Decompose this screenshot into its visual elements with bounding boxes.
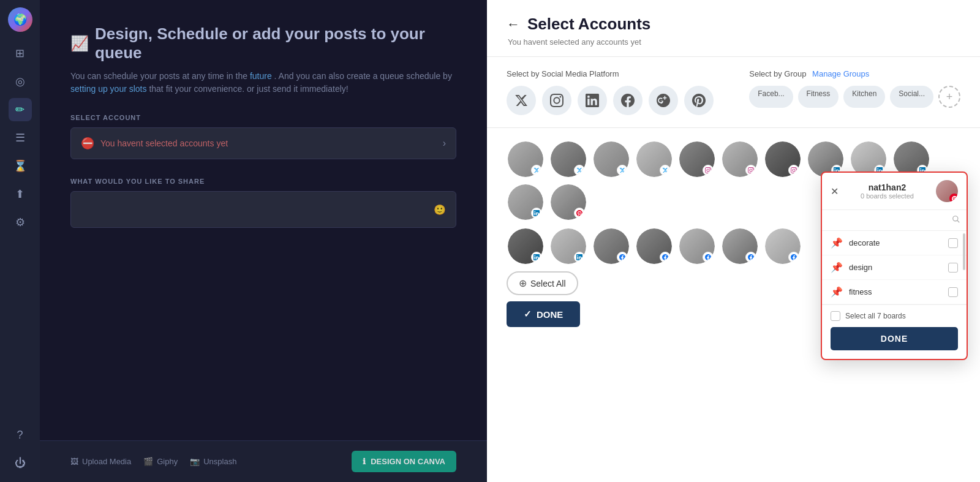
account-avatar-b4[interactable] [635, 227, 673, 265]
pin-icon: 📌 [831, 237, 843, 249]
sidebar-item-dashboard[interactable]: ⊞ [9, 42, 32, 65]
account-avatar-b2[interactable] [549, 227, 587, 265]
page-title: 📈 Design, Schedule or add your posts to … [70, 24, 456, 62]
platform-section: Select by Social Media Platform [487, 57, 980, 128]
plus-icon: ⊕ [519, 277, 527, 289]
upload-icon: 🖼 [70, 457, 78, 466]
canva-icon: ℹ [363, 457, 366, 466]
group-tag-faceb[interactable]: Faceb... [749, 86, 793, 108]
board-name-design: design [849, 263, 872, 272]
main-content: 📈 Design, Schedule or add your posts to … [40, 0, 487, 252]
account-avatar-b5[interactable] [678, 227, 716, 265]
account-avatar-b6[interactable] [721, 227, 759, 265]
slots-link[interactable]: setting up your slots [70, 84, 147, 94]
board-search-container [822, 210, 967, 231]
google-platform-btn[interactable] [649, 86, 678, 115]
account-avatar-a5[interactable] [678, 140, 716, 178]
done-button[interactable]: ✓ DONE [507, 301, 580, 327]
linkedin-badge-b1 [531, 252, 542, 263]
panel-title-text: Select Accounts [527, 15, 650, 34]
pinterest-platform-btn[interactable] [684, 86, 714, 115]
emoji-icon: 🙂 [434, 204, 446, 216]
select-all-button[interactable]: ⊕ Select All [507, 271, 578, 295]
sidebar-item-compose[interactable]: ✏ [9, 98, 32, 121]
search-icon [952, 215, 960, 225]
sidebar-item-settings[interactable]: ⚙ [9, 211, 32, 234]
right-panel: ← Select Accounts You havent selected an… [487, 0, 980, 482]
facebook-platform-btn[interactable] [613, 86, 643, 115]
account-avatar-b7[interactable] [764, 227, 802, 265]
board-popup-header: ✕ nat1han2 0 boards selected [822, 173, 967, 210]
board-item-decorate[interactable]: 📌 decorate [822, 231, 967, 255]
sidebar-item-upload[interactable]: ⬆ [9, 183, 32, 206]
platform-icons [507, 86, 714, 115]
sidebar-item-logout[interactable]: ⏻ [9, 451, 32, 475]
canva-button[interactable]: ℹ DESIGN ON CANVA [352, 451, 456, 472]
board-done-button[interactable]: DONE [831, 327, 958, 350]
board-popup-user-info: nat1han2 0 boards selected [839, 183, 936, 200]
board-popup-avatar [936, 180, 958, 202]
share-box[interactable]: 🙂 [70, 191, 456, 228]
account-avatar-a7[interactable] [764, 140, 802, 178]
unsplash-button[interactable]: 📷 Unsplash [190, 457, 236, 466]
board-checkbox-decorate[interactable] [948, 238, 958, 248]
unsplash-icon: 📷 [190, 457, 200, 466]
facebook-badge-b7 [788, 252, 799, 263]
board-checkbox-fitness[interactable] [948, 287, 958, 297]
board-search-input[interactable] [828, 216, 952, 225]
account-avatar-a1[interactable] [507, 140, 545, 178]
facebook-badge-b3 [617, 252, 628, 263]
instagram-platform-btn[interactable] [542, 86, 571, 115]
sidebar: 🌍 ⊞ ◎ ✏ ☰ ⌛ ⬆ ⚙ ? ⏻ [0, 0, 40, 482]
title-icon: 📈 [70, 35, 89, 52]
group-tag-social[interactable]: Social... [890, 86, 933, 108]
group-section: Select by Group Manage Groups Faceb... F… [749, 69, 960, 108]
account-avatar-a2[interactable] [549, 140, 587, 178]
sidebar-item-history[interactable]: ⌛ [9, 154, 32, 178]
twitter-badge-a4 [660, 165, 671, 176]
facebook-badge-b6 [745, 252, 756, 263]
board-item-design[interactable]: 📌 design [822, 255, 967, 280]
account-avatar-b3[interactable] [592, 227, 630, 265]
share-label: WHAT WOULD YOU LIKE TO SHARE [70, 178, 456, 185]
board-footer: Select all 7 boards [822, 304, 967, 327]
account-selector[interactable]: ⛔ You havent selected accounts yet › [70, 127, 456, 159]
group-tag-kitchen[interactable]: Kitchen [843, 86, 885, 108]
select-all-boards-label: Select all 7 boards [845, 312, 906, 320]
giphy-icon: 🎬 [143, 457, 153, 466]
panel-header: ← Select Accounts You havent selected an… [487, 0, 980, 57]
linkedin-platform-btn[interactable] [578, 86, 607, 115]
account-avatar-a11[interactable] [507, 183, 545, 221]
select-all-boards-checkbox[interactable] [831, 311, 840, 321]
account-avatar-b1[interactable] [507, 227, 545, 265]
board-item-left: 📌 decorate [831, 237, 880, 249]
giphy-button[interactable]: 🎬 Giphy [143, 457, 178, 466]
account-avatar-a3[interactable] [592, 140, 630, 178]
board-item-fitness[interactable]: 📌 fitness [822, 280, 967, 304]
sidebar-item-help[interactable]: ? [9, 423, 32, 446]
back-button[interactable]: ← [507, 17, 520, 32]
account-avatar-a4[interactable] [635, 140, 673, 178]
board-checkbox-design[interactable] [948, 263, 958, 273]
sidebar-item-feed[interactable]: ☰ [9, 126, 32, 149]
instagram-badge-a7 [788, 165, 799, 176]
add-group-button[interactable]: + [938, 86, 960, 108]
upload-media-button[interactable]: 🖼 Upload Media [70, 457, 131, 466]
check-icon: ✓ [524, 309, 532, 320]
twitter-platform-btn[interactable] [507, 86, 536, 115]
twitter-badge [531, 165, 542, 176]
account-avatar-a6[interactable] [721, 140, 759, 178]
bottom-toolbar: 🖼 Upload Media 🎬 Giphy 📷 Unsplash ℹ DESI… [40, 440, 487, 482]
linkedin-badge-a11 [531, 208, 542, 219]
group-tag-fitness[interactable]: Fitness [798, 86, 839, 108]
manage-groups-link[interactable]: Manage Groups [812, 69, 869, 78]
platform-row: Select by Social Media Platform [507, 69, 960, 115]
sidebar-item-globe[interactable]: ◎ [9, 70, 32, 93]
account-avatar-a12[interactable] [549, 183, 587, 221]
error-icon: ⛔ [81, 137, 94, 150]
future-link[interactable]: future [250, 71, 272, 81]
board-popup-username: nat1han2 [839, 183, 936, 192]
panel-title: ← Select Accounts [507, 15, 960, 34]
board-popup-close-button[interactable]: ✕ [831, 186, 839, 197]
facebook-badge-b4 [660, 252, 671, 263]
